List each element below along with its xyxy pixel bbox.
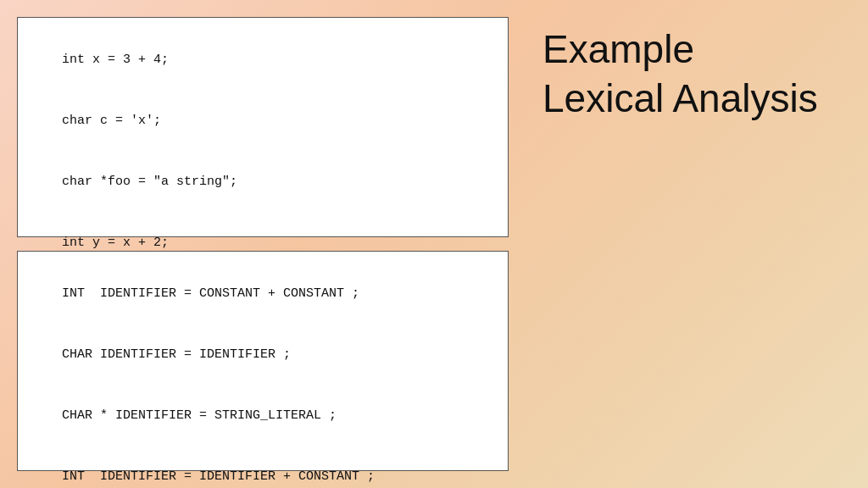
token-line-3: CHAR * IDENTIFIER = STRING_LITERAL ; (62, 408, 337, 423)
token-line-4: INT IDENTIFIER = IDENTIFIER + CONSTANT ; (62, 469, 375, 484)
left-panel: int x = 3 + 4; char c = 'x'; char *foo =… (0, 0, 526, 488)
token-line-2: CHAR IDENTIFIER = IDENTIFIER ; (62, 347, 291, 362)
source-line-4: int y = x + 2; (62, 236, 169, 250)
source-line-3: char *foo = "a string"; (62, 175, 237, 189)
page-title: ExampleLexical Analysis (542, 25, 818, 123)
source-line-2: char c = 'x'; (62, 114, 161, 128)
token-line-1: INT IDENTIFIER = CONSTANT + CONSTANT ; (62, 286, 359, 301)
token-output-box: INT IDENTIFIER = CONSTANT + CONSTANT ; C… (17, 251, 509, 471)
right-panel: ExampleLexical Analysis (526, 0, 868, 140)
source-line-1: int x = 3 + 4; (62, 53, 169, 67)
source-code-box: int x = 3 + 4; char c = 'x'; char *foo =… (17, 17, 509, 237)
